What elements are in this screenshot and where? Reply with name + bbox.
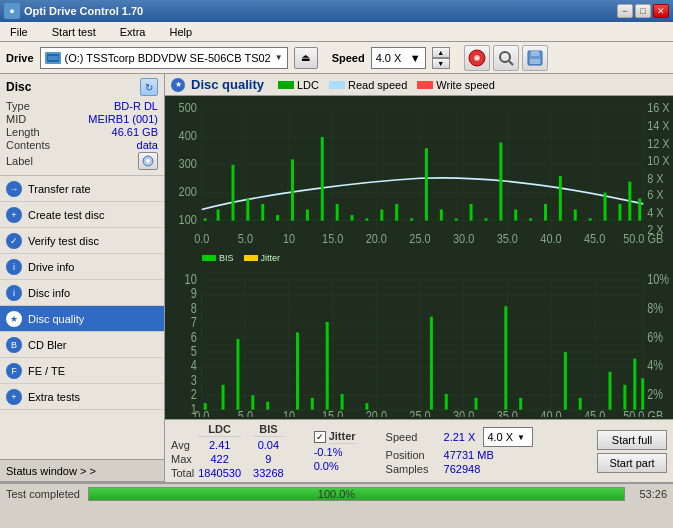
disc-mid-value: MEIRB1 (001) [88,113,158,125]
svg-rect-139 [326,321,329,409]
content-area: ★ Disc quality LDC Read speed Write spee… [165,74,673,482]
svg-rect-138 [311,397,314,409]
sidebar-item-fe-te[interactable]: F FE / TE [0,358,164,384]
svg-text:16 X: 16 X [647,101,670,115]
toolbar-search-button[interactable] [493,45,519,71]
stats-ldc-col: LDC 2.41 422 1840530 [198,423,241,479]
disc-length-value: 46.61 GB [112,126,158,138]
sidebar-label-drive-info: Drive info [28,261,74,273]
sidebar-item-verify-test-disc[interactable]: ✓ Verify test disc [0,228,164,254]
sidebar-label-fe-te: FE / TE [28,365,65,377]
svg-rect-77 [559,176,562,221]
svg-rect-64 [365,218,368,220]
svg-rect-76 [544,204,547,221]
toolbar-save-button[interactable] [522,45,548,71]
svg-text:50.0 GB: 50.0 GB [623,231,663,245]
disc-quality-icon: ★ [6,311,22,327]
jitter-max: 0.0% [314,460,356,472]
svg-rect-148 [579,397,582,409]
disc-quality-header-icon: ★ [171,78,185,92]
bis-chart: 10 9 8 7 6 5 4 3 2 1 10% 8% 6% 4% 2% [167,267,671,418]
svg-rect-147 [564,352,567,410]
jitter-legend-color [244,255,258,261]
sidebar-label-disc-info: Disc info [28,287,70,299]
svg-rect-70 [455,218,458,220]
svg-rect-151 [633,358,636,409]
speed-dropdown[interactable]: 4.0 X ▼ [483,427,533,447]
eject-button[interactable]: ⏏ [294,47,318,69]
svg-rect-81 [618,204,621,221]
disc-length-row: Length 46.61 GB [6,126,158,138]
jitter-checkbox[interactable]: ✓ [314,431,326,443]
sidebar-item-disc-info[interactable]: i Disc info [0,280,164,306]
svg-rect-55 [231,165,234,221]
ldc-chart: 500 400 300 200 100 16 X 14 X 12 X 10 X … [167,98,671,249]
sidebar-item-cd-bler[interactable]: B CD Bler [0,332,164,358]
menu-help[interactable]: Help [163,24,198,40]
svg-rect-74 [514,209,517,220]
bis-legend-label: BIS [219,253,234,263]
svg-text:20.0: 20.0 [366,407,387,417]
speed-dropdown-arrow[interactable]: ▼ [410,52,421,64]
svg-rect-69 [440,209,443,220]
svg-text:300: 300 [179,157,197,171]
menu-start-test[interactable]: Start test [46,24,102,40]
status-window-label: Status window > > [6,465,96,477]
sidebar-item-extra-tests[interactable]: + Extra tests [0,384,164,410]
svg-text:40.0: 40.0 [540,407,561,417]
start-part-button[interactable]: Start part [597,453,667,473]
svg-rect-53 [204,218,207,220]
svg-rect-133 [222,384,225,409]
sidebar-label-extra-tests: Extra tests [28,391,80,403]
drive-dropdown-arrow[interactable]: ▼ [275,53,283,62]
speed-select[interactable]: 4.0 X ▼ [371,47,426,69]
sidebar-item-transfer-rate[interactable]: → Transfer rate [0,176,164,202]
svg-text:8%: 8% [647,299,663,316]
disc-info-icon: i [6,285,22,301]
disc-type-row: Type BD-R DL [6,100,158,112]
svg-text:10: 10 [283,407,295,417]
disc-label-row: Label [6,152,158,170]
minimize-button[interactable]: − [617,4,633,18]
drive-label: Drive [6,52,34,64]
disc-label-button[interactable] [138,152,158,170]
start-full-button[interactable]: Start full [597,430,667,450]
menu-extra[interactable]: Extra [114,24,152,40]
svg-rect-84 [167,267,671,418]
svg-rect-65 [380,209,383,220]
status-panel: Status window > > [0,459,164,482]
svg-rect-61 [321,137,324,221]
svg-text:25.0: 25.0 [409,407,430,417]
disc-contents-label: Contents [6,139,50,151]
disc-mid-row: MID MEIRB1 (001) [6,113,158,125]
speed-dropdown-arrow-icon[interactable]: ▼ [517,433,525,442]
legend-ldc: LDC [278,79,319,91]
svg-rect-12 [167,98,671,249]
svg-rect-132 [204,403,207,410]
disc-length-label: Length [6,126,40,138]
progress-percent: 100.0% [318,488,355,500]
disc-refresh-button[interactable]: ↻ [140,78,158,96]
sidebar-item-create-test-disc[interactable]: + Create test disc [0,202,164,228]
maximize-button[interactable]: □ [635,4,651,18]
svg-point-11 [146,159,150,163]
drive-select[interactable]: (O:) TSSTcorp BDDVDW SE-506CB TS02 ▼ [40,47,288,69]
sidebar-item-disc-quality[interactable]: ★ Disc quality [0,306,164,332]
speed-down-button[interactable]: ▼ [432,58,450,69]
speed-label: Speed [332,52,365,64]
svg-rect-134 [236,338,239,409]
close-button[interactable]: ✕ [653,4,669,18]
speed-up-button[interactable]: ▲ [432,47,450,58]
sidebar-item-drive-info[interactable]: i Drive info [0,254,164,280]
status-window-button[interactable]: Status window > > [0,460,164,482]
speed-stepper[interactable]: ▲ ▼ [432,47,450,69]
drive-info-icon: i [6,259,22,275]
ldc-chart-svg: 500 400 300 200 100 16 X 14 X 12 X 10 X … [167,98,671,249]
jitter-legend: Jitter [244,253,281,263]
chart2-legend: BIS Jitter [167,251,671,265]
svg-text:45.0: 45.0 [584,407,605,417]
menu-file[interactable]: File [4,24,34,40]
svg-text:10%: 10% [647,270,669,287]
svg-rect-149 [608,371,611,409]
toolbar-disc-button[interactable] [464,45,490,71]
